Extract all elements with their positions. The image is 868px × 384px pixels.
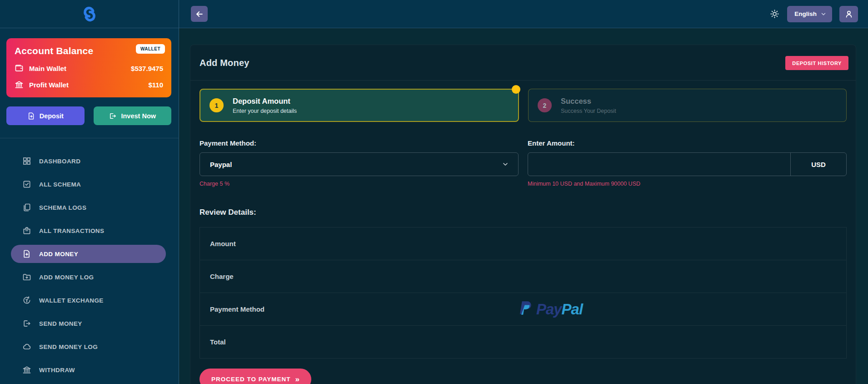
steps: 1 Deposit Amount Enter your deposit deta… (200, 89, 847, 122)
table-row: Charge (200, 260, 846, 293)
active-step-dot (512, 85, 520, 94)
sidebar-item-send-money-log[interactable]: SEND MONEY LOG (11, 338, 166, 356)
sidebar-item-add-money[interactable]: ADD MONEY (11, 245, 166, 263)
sidebar-nav: DASHBOARD ALL SCHEMA SCHEMA LOGS ALL TRA… (11, 152, 166, 384)
sidebar-item-all-transactions[interactable]: ALL TRANSACTIONS (11, 222, 166, 240)
theme-toggle-button[interactable] (769, 9, 780, 20)
brand-s-icon (81, 5, 98, 23)
main-wallet-value: $537.9475 (131, 65, 163, 72)
folder-plus-icon (22, 273, 31, 282)
bank-icon (22, 365, 31, 374)
main-area: English Add Money DEPOSIT HISTORY (179, 0, 868, 384)
box-arrow-icon (109, 112, 117, 120)
content: Add Money DEPOSIT HISTORY 1 Deposit Amou… (179, 28, 868, 384)
bank-icon (15, 80, 24, 89)
step-deposit-amount[interactable]: 1 Deposit Amount Enter your deposit deta… (200, 89, 519, 122)
checkbox-icon (22, 180, 31, 189)
sidebar-item-label: WALLET EXCHANGE (39, 297, 104, 304)
arrow-left-icon (195, 10, 204, 19)
wallet-badge: WALLET (136, 44, 165, 54)
language-selector[interactable]: English (787, 6, 832, 22)
chevron-down-icon (820, 11, 827, 17)
back-button[interactable] (191, 6, 208, 22)
amount-input-group: USD (528, 152, 847, 176)
main-wallet-row: Main Wallet $537.9475 (15, 64, 163, 73)
add-money-card: Add Money DEPOSIT HISTORY 1 Deposit Amou… (190, 45, 856, 384)
profit-wallet-row: Profit Wallet $110 (15, 80, 163, 89)
payment-method-brand: PayPal (264, 300, 836, 318)
topbar-controls: English (769, 6, 858, 22)
sidebar-item-label: ALL TRANSACTIONS (39, 227, 104, 234)
proceed-label: PROCEED TO PAYMENT (211, 376, 291, 383)
file-plus-icon (27, 112, 35, 120)
bag-icon (22, 226, 31, 235)
amount-label: Enter Amount: (528, 139, 847, 147)
wallet-icon (15, 64, 24, 73)
deposit-button[interactable]: Deposit (6, 106, 85, 125)
sidebar-item-wallet-exchange[interactable]: WALLET EXCHANGE (11, 291, 166, 309)
step-subtitle: Enter your deposit details (233, 108, 297, 114)
review-details-title: Review Details: (200, 208, 847, 217)
profile-button[interactable] (839, 6, 858, 22)
person-icon (844, 10, 853, 19)
sidebar-item-send-money[interactable]: SEND MONEY (11, 314, 166, 333)
payment-method-field: Payment Method: Paypal Charge 5 % (200, 139, 519, 187)
payment-method-value: Paypal (210, 161, 232, 168)
deposit-history-button[interactable]: DEPOSIT HISTORY (785, 56, 848, 70)
deposit-form: Payment Method: Paypal Charge 5 % Enter … (200, 139, 847, 187)
profit-wallet-label: Profit Wallet (29, 81, 69, 89)
exchange-icon (22, 296, 31, 305)
copy-icon (22, 203, 31, 212)
sun-icon (770, 9, 779, 19)
step-title: Deposit Amount (233, 97, 297, 106)
profit-wallet-value: $110 (148, 81, 163, 89)
table-row: Payment Method PayPal (200, 293, 846, 326)
topbar: English (179, 0, 868, 28)
sidebar-item-label: ADD MONEY (39, 251, 78, 258)
review-row-label: Payment Method (210, 305, 264, 313)
sidebar-item-withdraw[interactable]: WITHDRAW (11, 361, 166, 379)
step-subtitle: Success Your Deposit (561, 108, 616, 114)
step-title: Success (561, 97, 616, 106)
payment-method-label: Payment Method: (200, 139, 519, 147)
deposit-button-label: Deposit (40, 112, 64, 120)
proceed-to-payment-button[interactable]: PROCEED TO PAYMENT » (200, 369, 311, 384)
sidebar-item-label: ADD MONEY LOG (39, 274, 94, 281)
paypal-wordmark: PayPal (536, 301, 583, 318)
chevron-down-icon (502, 161, 509, 168)
payment-method-select[interactable]: Paypal (200, 152, 519, 176)
paypal-logo-icon: PayPal (518, 300, 583, 318)
step-number-badge: 2 (538, 98, 552, 112)
review-row-label: Amount (210, 240, 236, 248)
page-title: Add Money (200, 58, 249, 68)
table-row: Amount (200, 227, 846, 260)
step-number-badge: 1 (210, 98, 224, 112)
amount-input[interactable] (528, 153, 790, 176)
app-root: Account Balance WALLET Main Wallet $537.… (0, 0, 868, 384)
cloud-icon (22, 342, 31, 351)
review-row-label: Charge (210, 273, 234, 280)
sidebar-item-label: SEND MONEY LOG (39, 344, 98, 350)
amount-limit-note: Minimum 10 USD and Maximum 90000 USD (528, 181, 847, 187)
logo[interactable] (0, 0, 179, 28)
invest-now-button-label: Invest Now (121, 112, 156, 120)
sidebar-item-label: WITHDRAW (39, 367, 75, 374)
step-success: 2 Success Success Your Deposit (528, 89, 847, 122)
invest-now-button[interactable]: Invest Now (94, 106, 172, 125)
sidebar: Account Balance WALLET Main Wallet $537.… (0, 0, 179, 384)
sidebar-divider (0, 138, 179, 138)
review-table: Amount Charge Payment Method (200, 227, 847, 359)
account-balance-card: Account Balance WALLET Main Wallet $537.… (6, 38, 171, 97)
sidebar-item-add-money-log[interactable]: ADD MONEY LOG (11, 268, 166, 286)
sidebar-item-label: SEND MONEY (39, 320, 82, 327)
review-row-label: Total (210, 338, 226, 346)
card-header: Add Money DEPOSIT HISTORY (190, 45, 856, 81)
table-row: Total (200, 326, 846, 359)
sidebar-item-schema-logs[interactable]: SCHEMA LOGS (11, 198, 166, 217)
sidebar-actions: Deposit Invest Now (6, 106, 171, 125)
sidebar-item-label: SCHEMA LOGS (39, 204, 86, 211)
sidebar-item-dashboard[interactable]: DASHBOARD (11, 152, 166, 170)
sidebar-item-all-schema[interactable]: ALL SCHEMA (11, 175, 166, 193)
language-label: English (794, 10, 817, 17)
sidebar-item-label: ALL SCHEMA (39, 181, 81, 188)
